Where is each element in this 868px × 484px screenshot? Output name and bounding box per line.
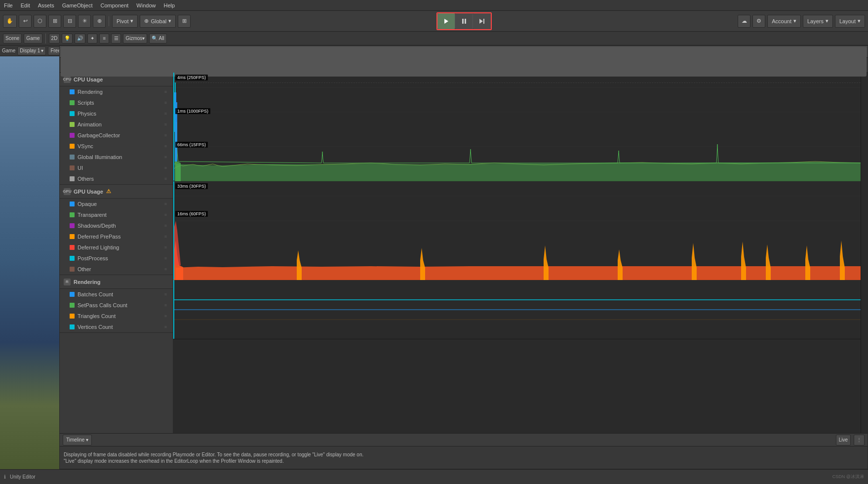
game-tab-name: Game [2,48,15,53]
timeline-bar: Timeline ▾ Live ⋮ [60,433,868,446]
cpu-item-gi[interactable]: Global Illumination ≡ [60,152,173,162]
main-area: Game Display 1▾ Free Aspect▾ ☰ Hierarchy… [0,45,868,469]
audio-toggle[interactable]: 🔊 [75,34,85,43]
global-dropdown[interactable]: ⊕ Global ▾ [140,15,176,28]
gpu-item-other[interactable]: Other ≡ [60,264,173,275]
timeline-dropdown[interactable]: Timeline ▾ [63,435,92,445]
profiler-body: CPU CPU Usage Rendering ≡ Scripts ≡ [60,73,868,433]
cpu-icon: CPU [64,76,71,83]
stats-toggle[interactable]: ☰ [111,34,121,43]
layers-dropdown[interactable]: Layers ▾ [803,15,833,28]
cpu-item-gc[interactable]: GarbageCollector ≡ [60,130,173,141]
gizmos-btn[interactable]: Gizmos ▾ [123,34,147,43]
svg-rect-1 [462,19,464,24]
game-tab[interactable]: Game [24,34,42,43]
gpu-item-opaque[interactable]: Opaque ≡ [60,199,173,209]
gpu-other-label: Other [78,266,91,272]
gpu-transparent-label: Transparent [78,212,107,218]
pivot-dropdown[interactable]: Pivot ▾ [112,15,138,28]
physics-color [70,111,75,116]
gpu-header[interactable]: GPU GPU Usage ⚠ [60,185,173,199]
triangles-color [70,314,75,319]
rendering-item-triangles[interactable]: Triangles Count ≡ [60,311,173,322]
rendering-item-setpass[interactable]: SetPass Calls Count ≡ [60,300,173,311]
transform-tool-btn[interactable]: ✳ [78,15,91,28]
gpu-item-deferred-lighting[interactable]: Deferred Lighting ≡ [60,242,173,253]
cpu-vsync-label: VSync [78,143,93,149]
gpu-chart-section[interactable]: 33ms (30FPS) 16ms (60FPS) [173,181,861,280]
cloud-btn[interactable]: ☁ [738,15,750,28]
gpu-item-shadows[interactable]: Shadows/Depth ≡ [60,220,173,231]
menu-help[interactable]: Help [163,2,175,8]
global-icon: ⊕ [144,18,149,24]
vsync-drag: ≡ [164,144,167,149]
menu-assets[interactable]: Assets [38,2,54,8]
gpu-warning-icon: ⚠ [106,188,111,195]
global-chevron: ▾ [168,18,171,24]
play-button[interactable] [437,13,455,29]
search-toggle[interactable]: 🔍 All [149,34,166,43]
gpu-item-deferred-prepass[interactable]: Deferred PrePass ≡ [60,231,173,242]
status-line2: "Live" display mode increases the overhe… [64,458,864,464]
game-display-select[interactable]: Display 1▾ [17,46,46,55]
pause-button[interactable] [455,13,473,29]
cpu-cursor-line [173,73,174,181]
gpu-item-transparent[interactable]: Transparent ≡ [60,209,173,220]
cpu-gc-label: GarbageCollector [78,132,120,138]
2d-toggle[interactable]: 2D [49,34,60,43]
transparent-drag: ≡ [164,212,167,217]
account-dropdown[interactable]: Account ▾ [767,15,801,28]
rendering-header[interactable]: R Rendering [60,275,173,289]
layout-dropdown[interactable]: Layout ▾ [835,15,865,28]
gpu-opaque-label: Opaque [78,201,97,207]
rect-tool-btn[interactable]: ⊟ [63,15,76,28]
deferred-lighting-color [70,245,75,250]
live-btn[interactable]: Live [836,435,851,445]
menu-gameobject[interactable]: GameObject [62,2,93,8]
scene-tab[interactable]: Scene [3,34,22,43]
cpu-item-vsync[interactable]: VSync ≡ [60,141,173,152]
light-toggle[interactable]: 💡 [62,34,73,43]
collab-btn[interactable]: ⚙ [752,15,765,28]
menu-edit[interactable]: Edit [21,2,30,8]
rendering-item-vertices[interactable]: Vertices Count ≡ [60,322,173,332]
timeline-menu-btn[interactable]: ⋮ [854,435,865,445]
layout-label: Layout [839,18,856,24]
timeline-chevron: ▾ [86,437,88,443]
hand-tool-btn[interactable]: ✋ [3,15,17,28]
nav-toggle[interactable]: ≡ [99,34,109,43]
status-text: Unity Editor [10,474,36,480]
cpu-item-physics[interactable]: Physics ≡ [60,108,173,119]
deferred-lighting-drag: ≡ [164,245,167,250]
profiler-scrollbar[interactable] [861,73,868,433]
scene-toolbar: Scene Game 2D 💡 🔊 ✦ ≡ ☰ Gizmos ▾ 🔍 All [0,32,868,45]
custom-tool2-btn[interactable]: ⊞ [178,15,191,28]
custom-tool-btn[interactable]: ⊕ [93,15,106,28]
step-button[interactable] [473,13,491,29]
cpu-chart-section[interactable]: 4ms (250FPS) 1ms (1000FPS) 66ms (15FPS) [173,73,861,181]
cpu-item-others[interactable]: Others ≡ [60,173,173,184]
opaque-drag: ≡ [164,202,167,206]
move-tool-btn[interactable]: ↩ [19,15,32,28]
cpu-item-scripts[interactable]: Scripts ≡ [60,97,173,108]
cpu-ui-label: UI [78,165,83,171]
scale-tool-btn[interactable]: ⊞ [48,15,61,28]
gpu-item-postprocess[interactable]: PostProcess ≡ [60,253,173,264]
menu-component[interactable]: Component [100,2,128,8]
gi-drag: ≡ [164,155,167,160]
account-label: Account [772,18,791,24]
rendering-color [70,89,75,94]
rotate-tool-btn[interactable]: ⬡ [34,15,46,28]
gpu-other-drag: ≡ [164,267,167,272]
cpu-item-animation[interactable]: Animation ≡ [60,119,173,130]
cpu-item-ui[interactable]: UI ≡ [60,162,173,173]
cpu-item-rendering[interactable]: Rendering ≡ [60,86,173,97]
rendering-chart-section[interactable] [173,280,861,339]
gizmos-chevron: ▾ [142,36,145,41]
rendering-setpass-label: SetPass Calls Count [78,302,127,308]
menu-file[interactable]: File [4,2,13,8]
effects-toggle[interactable]: ✦ [87,34,97,43]
rendering-item-batches[interactable]: Batches Count ≡ [60,289,173,300]
menu-window[interactable]: Window [136,2,156,8]
layers-chevron: ▾ [826,18,829,24]
